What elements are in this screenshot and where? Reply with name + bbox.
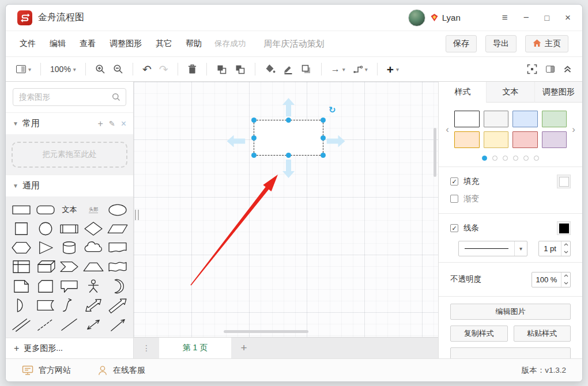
- insert-shape-dropdown[interactable]: +▾: [387, 63, 399, 75]
- tab-style[interactable]: 样式: [439, 82, 486, 103]
- menu-view[interactable]: 查看: [80, 39, 96, 49]
- style-swatch-3[interactable]: [542, 111, 567, 127]
- clipped-button[interactable]: [450, 347, 571, 358]
- page-setup-dropdown[interactable]: ▾: [16, 65, 31, 73]
- copy-style-button[interactable]: 复制样式: [450, 326, 508, 342]
- shape-hexagon[interactable]: [9, 239, 33, 258]
- shape-delay[interactable]: [33, 296, 58, 315]
- line-width-spinner[interactable]: 1 pt: [538, 241, 571, 256]
- shape-card[interactable]: [33, 277, 58, 296]
- section-general-header[interactable]: ▼ 通用: [6, 175, 133, 196]
- line-color-button[interactable]: [283, 64, 293, 74]
- shape-text[interactable]: 文本: [58, 200, 82, 219]
- opacity-spinner[interactable]: 100 %: [532, 272, 571, 287]
- window-menu-button[interactable]: ≡: [502, 13, 508, 22]
- save-button[interactable]: 保存: [446, 35, 477, 52]
- resize-handle-nw[interactable]: [251, 118, 257, 123]
- shape-rectangle[interactable]: [9, 200, 33, 219]
- fill-color-button[interactable]: [265, 64, 276, 74]
- menu-adjust-shape[interactable]: 调整图形: [110, 39, 142, 49]
- spin-up-icon[interactable]: [561, 273, 570, 280]
- add-page-button[interactable]: +: [231, 338, 257, 358]
- shape-arrow[interactable]: [105, 315, 130, 334]
- user-avatar[interactable]: [408, 9, 425, 27]
- tab-text[interactable]: 文本: [486, 82, 534, 103]
- more-shapes-button[interactable]: + 更多图形...: [6, 338, 133, 358]
- shape-search-input[interactable]: [13, 88, 126, 106]
- style-swatch-5[interactable]: [484, 131, 509, 148]
- selected-shape[interactable]: [254, 120, 323, 156]
- official-site-link[interactable]: 官方网站: [22, 365, 71, 376]
- clone-up-arrow[interactable]: [282, 98, 295, 116]
- tab-adjust-shape[interactable]: 调整图形: [534, 82, 582, 103]
- send-to-back-button[interactable]: [235, 64, 246, 75]
- undo-button[interactable]: ↶: [142, 64, 152, 75]
- arrow-style-dropdown[interactable]: →▾: [331, 64, 345, 74]
- resize-handle-s[interactable]: [286, 153, 291, 158]
- zoom-in-button[interactable]: [95, 64, 105, 74]
- spin-up-icon[interactable]: [561, 241, 570, 249]
- resize-handle-e[interactable]: [321, 135, 326, 141]
- drag-target[interactable]: 把元素拖至此处: [12, 142, 127, 168]
- shape-callout[interactable]: [58, 277, 82, 296]
- clone-down-arrow[interactable]: [282, 160, 295, 178]
- paste-style-button[interactable]: 粘贴样式: [514, 326, 571, 342]
- resize-handle-se[interactable]: [321, 153, 326, 158]
- style-swatch-6[interactable]: [512, 131, 538, 148]
- close-shape-group-icon[interactable]: ×: [121, 119, 126, 128]
- shape-parallelogram[interactable]: [105, 219, 130, 238]
- shape-double-line[interactable]: [9, 315, 33, 334]
- rotate-handle[interactable]: ↻: [329, 105, 336, 115]
- delete-button[interactable]: [187, 64, 197, 74]
- vertical-scrollbar[interactable]: [434, 128, 436, 177]
- shape-thick-arrow[interactable]: [105, 296, 130, 315]
- zoom-level-dropdown[interactable]: 100%▾: [50, 65, 76, 74]
- shape-dashed-line[interactable]: [33, 315, 58, 334]
- bring-to-front-button[interactable]: [216, 64, 227, 75]
- fit-screen-button[interactable]: [527, 64, 537, 74]
- online-service-link[interactable]: 在线客服: [97, 365, 145, 376]
- gradient-checkbox[interactable]: [450, 195, 458, 203]
- line-color-chip[interactable]: [557, 221, 571, 235]
- shape-process[interactable]: [58, 219, 82, 238]
- shape-note[interactable]: [9, 277, 33, 296]
- resize-handle-ne[interactable]: [321, 118, 326, 123]
- style-swatch-7[interactable]: [542, 131, 567, 148]
- shape-actor[interactable]: [81, 277, 105, 296]
- shadow-button[interactable]: [301, 64, 312, 75]
- menu-others[interactable]: 其它: [156, 39, 172, 49]
- shape-document[interactable]: [105, 239, 130, 258]
- edit-shape-group-icon[interactable]: ✎: [109, 120, 115, 127]
- close-button[interactable]: ×: [565, 13, 571, 22]
- shape-double-arrow[interactable]: [81, 296, 105, 315]
- style-swatch-4[interactable]: [454, 131, 480, 148]
- style-swatch-2[interactable]: [512, 111, 538, 127]
- pager-dot-5[interactable]: [534, 156, 539, 161]
- shape-table[interactable]: [9, 258, 33, 277]
- zoom-out-button[interactable]: [113, 64, 123, 74]
- menu-file[interactable]: 文件: [20, 39, 36, 49]
- swatch-next-button[interactable]: ›: [568, 124, 579, 134]
- menu-help[interactable]: 帮助: [186, 39, 202, 49]
- horizontal-scrollbar[interactable]: [224, 330, 308, 333]
- shape-square[interactable]: [9, 219, 33, 238]
- clone-left-arrow[interactable]: [227, 135, 246, 147]
- clone-right-arrow[interactable]: [327, 135, 345, 147]
- shape-heading[interactable]: 头部: [81, 200, 105, 219]
- page-list-handle[interactable]: ⋮: [134, 338, 159, 358]
- line-checkbox[interactable]: ✓: [450, 224, 458, 232]
- pager-dot-0[interactable]: [482, 156, 487, 161]
- collapse-toolbar-button[interactable]: [563, 65, 572, 73]
- menu-edit[interactable]: 编辑: [50, 39, 66, 49]
- style-swatch-0[interactable]: [454, 111, 480, 127]
- shape-crescent[interactable]: [105, 277, 130, 296]
- pager-dot-3[interactable]: [513, 156, 518, 161]
- shape-flag[interactable]: [105, 258, 130, 277]
- shape-cube[interactable]: [33, 258, 58, 277]
- page-tab-1[interactable]: 第 1 页: [159, 338, 231, 358]
- fill-color-chip[interactable]: [557, 175, 571, 188]
- shape-triangle[interactable]: [33, 239, 58, 258]
- shape-line[interactable]: [58, 315, 82, 334]
- redo-button[interactable]: ↷: [159, 64, 168, 75]
- resize-handle-n[interactable]: [286, 118, 291, 123]
